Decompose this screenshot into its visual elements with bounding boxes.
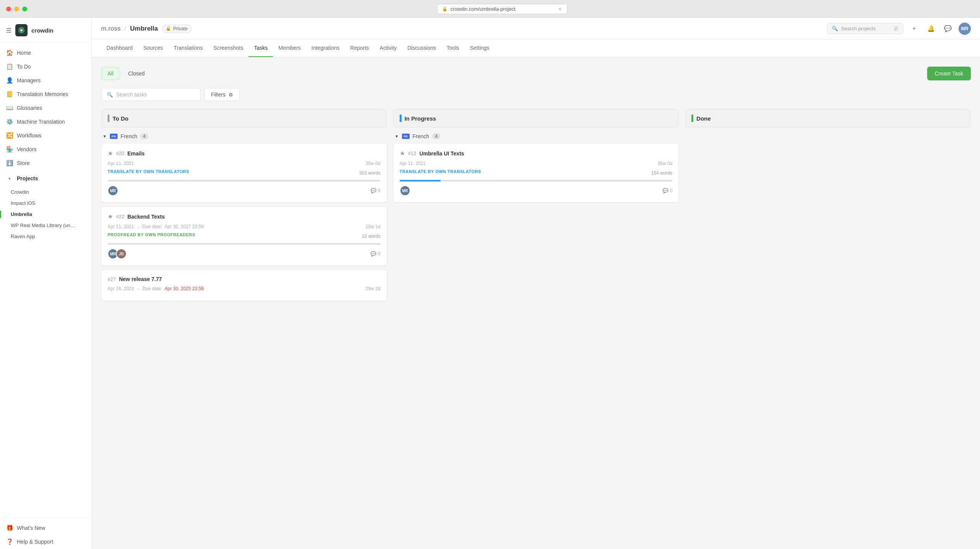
sidebar-item-help-support[interactable]: ❓ Help & Support — [0, 535, 91, 549]
tab-members[interactable]: Members — [273, 39, 306, 57]
star-icon[interactable]: ★ — [400, 150, 405, 157]
search-icon: 🔍 — [832, 26, 838, 31]
search-tasks-input[interactable] — [116, 92, 195, 98]
comment-icon: 💬 — [371, 188, 376, 193]
star-icon[interactable]: ★ — [108, 150, 113, 157]
sidebar-item-label: Machine Translation — [17, 119, 65, 125]
sidebar-item-todo[interactable]: 📋 To Do — [0, 60, 91, 74]
comment-icon: 💬 — [663, 188, 668, 193]
kanban-board: To Do ▼ FR French 4 — [101, 109, 971, 305]
add-button[interactable]: ＋ — [908, 23, 920, 35]
address-bar[interactable]: 🔒 crowdin.com/umbrella-project ★ — [437, 4, 567, 14]
projects-section-label: Projects — [17, 175, 38, 181]
sidebar-item-store[interactable]: ⬇️ Store — [0, 156, 91, 170]
hamburger-menu[interactable]: ☰ — [6, 27, 11, 34]
tab-tasks[interactable]: Tasks — [248, 39, 273, 57]
done-indicator — [691, 114, 693, 122]
task-words: 154 words — [651, 170, 672, 176]
sidebar-project-impact-ios[interactable]: Impact iOS — [0, 198, 91, 209]
sidebar-item-label: Store — [17, 160, 29, 166]
col-todo-header: To Do — [101, 109, 387, 127]
todo-icon: 📋 — [6, 63, 13, 70]
task-title: ★ #22 Backend Texts — [108, 213, 165, 220]
tab-translations[interactable]: Translations — [168, 39, 208, 57]
search-projects-input[interactable]: 🔍 Search projects / — [827, 23, 903, 34]
task-type-badge: PROOFREAD BY OWN PROOFREADERS — [108, 232, 195, 237]
task-card-footer: MR JD 💬 0 — [108, 248, 381, 259]
sidebar-item-translation-memories[interactable]: 📒 Translation Memories — [0, 87, 91, 101]
sidebar-project-crowdin[interactable]: Crowdin — [0, 186, 91, 198]
tab-integrations[interactable]: Integrations — [306, 39, 345, 57]
task-date: Apr 11, 2021 — [108, 161, 134, 166]
sidebar-project-umbrella[interactable]: Umbrella — [0, 209, 91, 220]
sidebar-nav: 🏠 Home 📋 To Do 👤 Managers 📒 Translation … — [0, 43, 91, 518]
top-bar: m.ross / Umbrella 🔒 Private 🔍 Search pro… — [92, 18, 980, 39]
sidebar-project-wp-real-media[interactable]: WP Real Media Library (un… — [0, 220, 91, 231]
tab-screenshots[interactable]: Screenshots — [208, 39, 249, 57]
star-icon[interactable]: ★ — [108, 213, 113, 220]
col-done-header: Done — [685, 109, 970, 127]
task-avatars: MR — [400, 185, 408, 196]
vendors-icon: 🏪 — [6, 146, 13, 153]
task-card-new-release[interactable]: #27 New release 7.77 Apr 26, 2023 → Due … — [101, 270, 387, 301]
filter-tab-closed[interactable]: Closed — [122, 67, 152, 80]
task-words: 303 words — [359, 170, 380, 176]
private-badge: 🔒 Private — [162, 25, 191, 33]
lang-name: French — [413, 133, 430, 139]
sidebar-item-machine-translation[interactable]: ⚙️ Machine Translation — [0, 115, 91, 129]
search-tasks-box[interactable]: 🔍 — [101, 88, 201, 101]
due-date: Apr 30, 2027 23:59 — [165, 224, 204, 229]
tab-dashboard[interactable]: Dashboard — [101, 39, 138, 57]
tab-sources[interactable]: Sources — [138, 39, 168, 57]
task-card-backend-texts[interactable]: ★ #22 Backend Texts Apr 11, 2021 → Due d… — [101, 206, 387, 266]
comment-number: 0 — [378, 251, 381, 257]
maximize-button[interactable] — [22, 7, 27, 11]
chevron-down-icon: ▼ — [6, 176, 13, 181]
tab-reports[interactable]: Reports — [345, 39, 374, 57]
progress-fill — [400, 180, 441, 181]
projects-section: Crowdin Impact iOS Umbrella WP Real Medi… — [0, 185, 91, 243]
sidebar-item-projects-toggle[interactable]: ▼ Projects — [0, 170, 91, 185]
task-card-umbrella-ui[interactable]: ★ #12 Umbrella UI Texts Apr 11, 2021 35w… — [393, 143, 679, 203]
sidebar-item-managers[interactable]: 👤 Managers — [0, 74, 91, 87]
sidebar-item-glossaries[interactable]: 📖 Glossaries — [0, 101, 91, 115]
bookmark-icon[interactable]: ★ — [558, 6, 562, 12]
lang-count: 4 — [432, 133, 440, 139]
minimize-button[interactable] — [14, 7, 19, 11]
tab-activity[interactable]: Activity — [374, 39, 402, 57]
tab-settings[interactable]: Settings — [465, 39, 495, 57]
close-button[interactable] — [6, 7, 11, 11]
task-name: Emails — [127, 150, 145, 157]
sidebar-item-workflows[interactable]: 🔀 Workflows — [0, 129, 91, 142]
task-duration: 35w 0d — [366, 161, 381, 166]
comment-count: 💬 0 — [371, 188, 381, 193]
tab-tools[interactable]: Tools — [441, 39, 465, 57]
filter-tab-all[interactable]: All — [101, 67, 120, 80]
task-type-badge: TRANSLATE BY OWN TRANSLATORS — [108, 169, 189, 174]
create-task-button[interactable]: Create Task — [927, 67, 971, 80]
project-title: m.ross / Umbrella 🔒 Private — [101, 25, 192, 33]
language-group-header[interactable]: ▼ FR French 4 — [101, 128, 387, 143]
sidebar-item-vendors[interactable]: 🏪 Vendors — [0, 142, 91, 156]
notifications-button[interactable]: 🔔 — [925, 23, 937, 35]
tab-discussions[interactable]: Discussions — [402, 39, 441, 57]
language-group-header[interactable]: ▼ FR French 4 — [393, 128, 679, 143]
user-avatar[interactable]: MR — [959, 23, 971, 35]
sidebar-project-raven-app[interactable]: Raven App — [0, 231, 91, 242]
task-number: #22 — [116, 214, 124, 219]
task-meta: Apr 11, 2021 35w 0d — [108, 161, 381, 166]
sidebar-item-home[interactable]: 🏠 Home — [0, 46, 91, 60]
progress-bar — [108, 180, 381, 181]
project-label: Raven App — [11, 234, 35, 239]
task-title: ★ #20 Emails — [108, 150, 145, 157]
filters-button[interactable]: Filters ⚙ — [204, 88, 240, 101]
kanban-col-done: Done — [685, 109, 971, 128]
task-duration: 35w 0d — [658, 161, 673, 166]
task-card-emails[interactable]: ★ #20 Emails Apr 11, 2021 35w 0d TRANSL — [101, 143, 387, 203]
task-date: Apr 26, 2023 — [108, 286, 134, 291]
sidebar-item-whats-new[interactable]: 🎁 What's New — [0, 521, 91, 535]
messages-button[interactable]: 💬 — [942, 23, 954, 35]
task-avatars: MR JD — [108, 248, 124, 259]
kanban-col-in-progress: In Progress ▼ FR French 4 — [393, 109, 679, 206]
task-number: #27 — [108, 276, 116, 282]
